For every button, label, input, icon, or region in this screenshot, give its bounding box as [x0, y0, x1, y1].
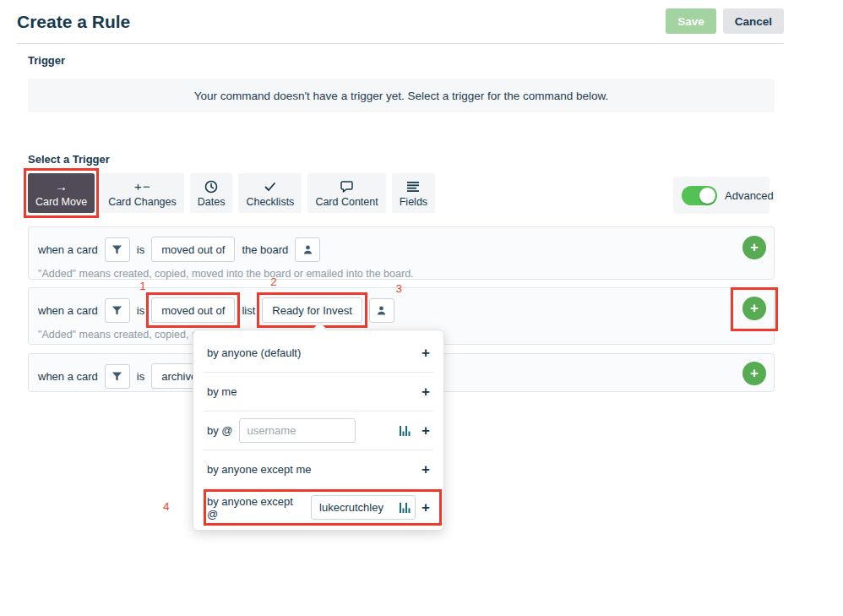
trigger-tabs: → Card Move + − Card Changes Dates Check… [28, 173, 435, 213]
lines-icon [406, 179, 420, 194]
advanced-panel: Advanced [673, 177, 770, 214]
page-title: Create a Rule [17, 8, 130, 32]
add-trigger-button[interactable]: + [742, 297, 766, 320]
rule-verb-text: is [137, 304, 144, 317]
menu-item-by-me[interactable]: by me + [193, 373, 443, 411]
filter-button[interactable] [105, 364, 130, 389]
clock-icon [204, 179, 218, 194]
tab-card-move[interactable]: → Card Move [28, 173, 95, 213]
tab-dates[interactable]: Dates [190, 173, 233, 213]
annotation-4: 4 [163, 500, 170, 513]
actor-menu-popover: by anyone (default) + by me + by @ + by … [193, 330, 444, 531]
add-option-icon[interactable]: + [422, 384, 430, 401]
annotation-3: 3 [395, 282, 402, 295]
annotation-1: 1 [139, 280, 146, 292]
funnel-icon [111, 371, 122, 382]
action-select[interactable]: moved out of [151, 297, 235, 323]
menu-item-by-anyone-except-user[interactable]: 4 by anyone except @ + [193, 488, 443, 526]
speech-bubble-icon [340, 179, 354, 194]
rule-prefix-text: when a card [38, 243, 98, 256]
filter-button[interactable] [105, 298, 130, 323]
header-divider [17, 43, 784, 44]
add-trigger-button[interactable]: + [742, 236, 766, 259]
annotated-action-select-wrap: 1 moved out of [151, 297, 235, 323]
tab-fields[interactable]: Fields [392, 173, 435, 213]
action-select[interactable]: moved out of [151, 237, 235, 262]
add-option-icon[interactable]: + [422, 345, 430, 362]
person-icon [376, 305, 387, 316]
person-icon [302, 244, 313, 255]
menu-item-by-anyone-except-me[interactable]: by anyone except me + [193, 450, 443, 488]
trigger-row-moved-out-board: when a card is moved out of the board "A… [28, 226, 775, 280]
add-option-icon[interactable]: + [422, 422, 430, 439]
toggle-knob [699, 188, 715, 204]
check-icon [264, 179, 277, 194]
select-trigger-label: Select a Trigger [28, 153, 110, 166]
funnel-icon [111, 305, 122, 316]
add-option-icon[interactable]: + [422, 499, 430, 516]
annotated-list-select-wrap: 2 Ready for Invest [262, 297, 362, 323]
annotation-2: 2 [270, 275, 277, 288]
add-option-icon[interactable]: + [422, 461, 430, 478]
advanced-label: Advanced [725, 189, 774, 202]
cancel-button[interactable]: Cancel [723, 8, 784, 34]
tab-card-changes[interactable]: + − Card Changes [101, 173, 184, 213]
header-buttons: Save Cancel [666, 8, 784, 34]
rule-prefix-text: when a card [38, 304, 98, 317]
create-rule-page: Create a Rule Save Cancel Trigger Your c… [0, 0, 843, 616]
filter-button[interactable] [105, 237, 130, 262]
rule-prefix-text: when a card [38, 370, 98, 383]
arrow-right-icon: → [55, 179, 68, 194]
menu-item-by-anyone[interactable]: by anyone (default) + [193, 334, 443, 372]
trigger-section-label: Trigger [28, 54, 65, 67]
empty-trigger-banner: Your command doesn't have a trigger yet.… [28, 79, 775, 112]
rule-scope-text: the board [242, 243, 288, 256]
rule-verb-text: is [137, 243, 144, 256]
funnel-icon [111, 244, 122, 255]
save-button[interactable]: Save [666, 8, 716, 34]
rule-verb-text: is [137, 370, 144, 383]
insert-variable-icon[interactable] [399, 502, 411, 514]
actor-button[interactable] [295, 237, 320, 262]
insert-variable-icon[interactable] [399, 425, 411, 437]
plus-minus-icon: + − [134, 179, 150, 194]
tab-card-content[interactable]: Card Content [307, 173, 385, 213]
list-select[interactable]: Ready for Invest [262, 297, 362, 323]
add-trigger-button[interactable]: + [742, 362, 766, 385]
rule-scope-text: list [242, 304, 255, 317]
actor-button[interactable]: 3 [369, 298, 394, 323]
menu-item-by-username[interactable]: by @ + [193, 412, 443, 450]
header: Create a Rule Save Cancel [17, 8, 784, 34]
username-input[interactable] [239, 418, 356, 443]
advanced-toggle[interactable] [682, 186, 717, 205]
tab-checklists[interactable]: Checklists [238, 173, 302, 213]
